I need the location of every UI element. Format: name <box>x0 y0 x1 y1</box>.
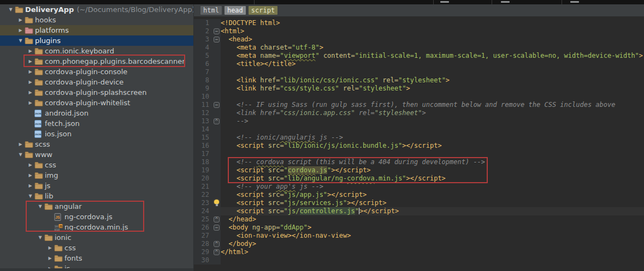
chevron-expanded-icon[interactable]: ▼ <box>16 149 25 160</box>
code-line-30[interactable]: 30 <box>194 256 644 264</box>
chevron-collapsed-icon[interactable]: ▶ <box>46 243 54 253</box>
line-number[interactable]: 11 <box>194 101 213 109</box>
line-number[interactable]: 8 <box>194 76 213 85</box>
chevron-expanded-icon[interactable]: ▼ <box>36 232 44 243</box>
line-number[interactable]: 10 <box>194 93 213 101</box>
code-line-5[interactable]: 5 <meta name="viewport" content="initial… <box>194 52 644 60</box>
chevron-expanded-icon[interactable]: ▼ <box>7 4 15 15</box>
tree-row-cordova-plugin-device[interactable]: ▶cordova-plugin-device <box>0 77 193 87</box>
fold-end-icon[interactable]: ^ <box>213 215 221 224</box>
chevron-expanded-icon[interactable]: ▼ <box>16 35 25 46</box>
code-line-18[interactable]: 18 <!-- cordova script (this will be a 4… <box>194 158 644 166</box>
tree-row-scss[interactable]: ▶scss <box>0 139 193 149</box>
code-line-7[interactable]: 7 <box>194 68 644 76</box>
code-line-2[interactable]: 2−<html> <box>194 27 644 35</box>
chevron-collapsed-icon[interactable]: ▶ <box>16 139 25 149</box>
tree-row-lib[interactable]: ▼lib <box>0 191 193 201</box>
tree-row-com-phonegap-plugins-barcodescanner[interactable]: ▶com.phonegap.plugins.barcodescanner <box>0 56 193 67</box>
tree-row-img[interactable]: ▶img <box>0 170 193 180</box>
intention-bulb-icon[interactable] <box>213 199 221 207</box>
code-line-21[interactable]: 21 <!-- your app's js --> <box>194 183 644 191</box>
line-number[interactable]: 14 <box>194 125 213 134</box>
code-line-22[interactable]: 22 <script src="js/app.js"></script> <box>194 191 644 199</box>
line-number[interactable]: 24 <box>194 207 213 215</box>
line-number[interactable]: 28 <box>194 240 213 248</box>
chevron-expanded-icon[interactable]: ▼ <box>26 191 34 201</box>
code-line-19[interactable]: 19 <script src="cordova.js"></script> <box>194 166 644 174</box>
tree-row-ng-cordova-min-js[interactable]: 10010JSng-cordova.min.js <box>0 222 193 232</box>
code-line-28[interactable]: 28^ </body> <box>194 240 644 248</box>
line-number[interactable]: 16 <box>194 142 213 150</box>
tree-row-com-ionic-keyboard[interactable]: ▶com.ionic.keyboard <box>0 46 193 56</box>
chevron-collapsed-icon[interactable]: ▶ <box>26 160 34 170</box>
code-line-24[interactable]: 24 <script src="js/controllers.js"></scr… <box>194 207 644 215</box>
breadcrumb-head[interactable]: head <box>224 6 246 15</box>
code-line-27[interactable]: 27 <ion-nav-view></ion-nav-view> <box>194 232 644 240</box>
line-number[interactable]: 1 <box>194 19 213 27</box>
line-number[interactable]: 15 <box>194 134 213 142</box>
code-line-13[interactable]: 13^ --> <box>194 117 644 125</box>
code-line-10[interactable]: 10 <box>194 93 644 101</box>
code-line-15[interactable]: 15 <!-- ionic/angularjs js --> <box>194 134 644 142</box>
tree-row-ionic[interactable]: ▼ionic <box>0 232 193 243</box>
tree-row-platforms[interactable]: ▶platforms <box>0 25 193 35</box>
code-line-4[interactable]: 4 <meta charset="utf-8"> <box>194 44 644 52</box>
tree-row-ios-json[interactable]: JSONios.json <box>0 129 193 139</box>
code-line-14[interactable]: 14 <box>194 125 644 134</box>
tree-row-ng-cordova-js[interactable]: JSng-cordova.js <box>0 212 193 222</box>
code-line-25[interactable]: 25^ </head> <box>194 215 644 224</box>
tree-row-fetch-json[interactable]: JSONfetch.json <box>0 118 193 129</box>
line-number[interactable]: 3 <box>194 35 213 44</box>
tree-row-css[interactable]: ▶css <box>0 243 193 253</box>
code-line-20[interactable]: 20 <script src="lib/angular/ng-cordova.m… <box>194 174 644 183</box>
chevron-collapsed-icon[interactable]: ▶ <box>26 98 34 108</box>
chevron-collapsed-icon[interactable]: ▶ <box>26 46 34 56</box>
tree-row-hooks[interactable]: ▶hooks <box>0 15 193 25</box>
chevron-collapsed-icon[interactable]: ▶ <box>26 56 34 67</box>
tree-row-plugins[interactable]: ▼plugins <box>0 35 193 46</box>
chevron-collapsed-icon[interactable]: ▶ <box>26 77 34 87</box>
line-number[interactable]: 2 <box>194 27 213 35</box>
line-number[interactable]: 26 <box>194 224 213 232</box>
line-number[interactable]: 30 <box>194 256 213 264</box>
line-number[interactable]: 20 <box>194 174 213 183</box>
chevron-collapsed-icon[interactable]: ▶ <box>26 170 34 180</box>
fold-collapse-icon[interactable]: − <box>213 101 221 109</box>
tree-row-android-json[interactable]: JSONandroid.json <box>0 108 193 118</box>
tree-row-cordova-plugin-splashscreen[interactable]: ▶cordova-plugin-splashscreen <box>0 87 193 98</box>
code-line-8[interactable]: 8 <link href="lib/ionic/css/ionic.css" r… <box>194 76 644 85</box>
code-line-26[interactable]: 26− <body ng-app="ddApp"> <box>194 224 644 232</box>
fold-end-icon[interactable]: ^ <box>213 117 221 125</box>
line-number[interactable]: 19 <box>194 166 213 174</box>
chevron-collapsed-icon[interactable]: ▶ <box>46 253 54 263</box>
line-number[interactable]: 7 <box>194 68 213 76</box>
tree-row-fonts[interactable]: ▶fonts <box>0 253 193 263</box>
chevron-expanded-icon[interactable]: ▼ <box>36 201 44 212</box>
tree-row-deliveryapp[interactable]: ▼DeliveryApp(~/Documents/Blog/DeliveryAp… <box>0 4 193 15</box>
chevron-collapsed-icon[interactable]: ▶ <box>26 180 34 191</box>
code-line-17[interactable]: 17 <box>194 150 644 158</box>
fold-collapse-icon[interactable]: − <box>213 35 221 44</box>
code-line-29[interactable]: 29^</html> <box>194 248 644 256</box>
tree-row-cordova-plugin-whitelist[interactable]: ▶cordova-plugin-whitelist <box>0 98 193 108</box>
line-number[interactable]: 13 <box>194 117 213 125</box>
fold-collapse-icon[interactable]: − <box>213 27 221 35</box>
line-number[interactable]: 12 <box>194 109 213 117</box>
line-number[interactable]: 23 <box>194 199 213 207</box>
fold-end-icon[interactable]: ^ <box>213 248 221 256</box>
line-number[interactable]: 9 <box>194 85 213 93</box>
breadcrumb-script[interactable]: script <box>249 6 277 15</box>
chevron-collapsed-icon[interactable]: ▶ <box>26 87 34 98</box>
line-number[interactable]: 27 <box>194 232 213 240</box>
code-line-1[interactable]: 1<!DOCTYPE html> <box>194 19 644 27</box>
line-number[interactable]: 25 <box>194 215 213 224</box>
chevron-collapsed-icon[interactable]: ▶ <box>16 25 25 35</box>
line-number[interactable]: 22 <box>194 191 213 199</box>
chevron-collapsed-icon[interactable]: ▶ <box>26 67 34 77</box>
tree-row-cordova-plugin-console[interactable]: ▶cordova-plugin-console <box>0 67 193 77</box>
tree-row-www[interactable]: ▼www <box>0 149 193 160</box>
tree-row-css[interactable]: ▶css <box>0 160 193 170</box>
code-line-9[interactable]: 9 <link href="css/style.css" rel="styles… <box>194 85 644 93</box>
code-line-16[interactable]: 16 <script src="lib/ionic/js/ionic.bundl… <box>194 142 644 150</box>
code-lines[interactable]: 1<!DOCTYPE html>2−<html>3− <head>4 <meta… <box>194 16 644 271</box>
